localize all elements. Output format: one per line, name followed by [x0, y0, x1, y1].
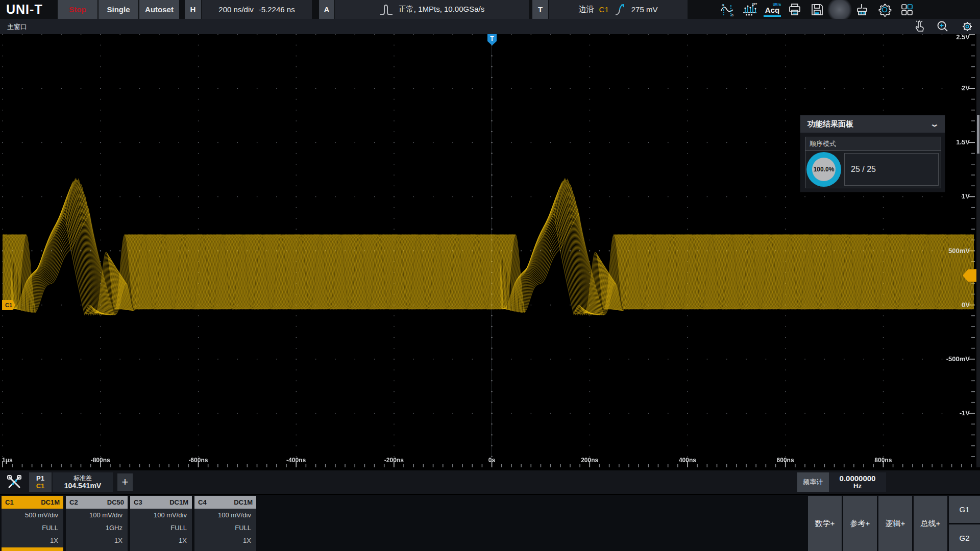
channel-probe: 1X — [194, 534, 256, 547]
voltage-tick-label: -1V — [943, 409, 970, 417]
touch-icon[interactable] — [912, 20, 927, 33]
voltage-tick-label: -500mV — [943, 355, 970, 363]
panel-header[interactable]: 功能结果面板 ⌄ — [800, 115, 945, 133]
freq-counter-value: 0.0000000 — [840, 474, 876, 483]
channel-header: C2 DC50 — [66, 496, 128, 509]
voltage-tick-label: 1.5V — [943, 138, 970, 146]
progress-ring: 100.0% — [806, 152, 841, 187]
sequence-mode-label: 顺序模式 — [805, 137, 941, 151]
channel-bandwidth: FULL — [194, 521, 256, 534]
math-add-button[interactable]: 数学+ — [808, 496, 842, 551]
settings-gear-icon[interactable] — [873, 0, 896, 19]
reference-add-button[interactable]: 参考+ — [843, 496, 877, 551]
measurement-id: P1 — [36, 474, 44, 482]
channel-coupling: DC1M — [169, 498, 188, 506]
rising-edge-icon — [614, 3, 626, 17]
channel-scale: 500 mV/div — [2, 509, 63, 521]
brand-logo: UNI-T — [6, 2, 43, 17]
stop-button[interactable]: Stop — [58, 0, 97, 19]
time-tick-label: 0s — [480, 457, 504, 464]
single-button[interactable]: Single — [99, 0, 138, 19]
pulse-icon — [379, 3, 394, 16]
measurement-source: C1 — [36, 482, 45, 490]
channel-probe: 1X — [130, 534, 192, 547]
measurement-slot-p1[interactable]: P1 C1 — [29, 472, 52, 492]
channel-coupling: DC50 — [107, 498, 124, 506]
printer-icon[interactable] — [783, 0, 806, 19]
bus-add-button[interactable]: 总线+ — [914, 496, 947, 551]
zoom-in-icon[interactable] — [935, 20, 950, 33]
svg-text:B: B — [731, 14, 733, 17]
channel-bandwidth: FULL — [130, 521, 192, 534]
channel-scale: 100 mV/div — [66, 509, 128, 521]
sequence-count: 25 / 25 — [844, 153, 939, 186]
chevron-down-icon[interactable]: ⌄ — [930, 120, 940, 128]
right-scroll-thumb[interactable] — [977, 115, 979, 154]
channel-id: C3 — [134, 498, 142, 506]
time-tick-label: 600ns — [773, 457, 798, 464]
fft-icon[interactable]: FFT — [739, 0, 761, 19]
acq-ultra-label: Acq — [765, 6, 779, 14]
time-tick-label: -800ns — [88, 457, 113, 464]
channel-card-c1[interactable]: C1 DC1M 500 mV/div FULL 1X — [2, 496, 63, 551]
waveform-canvas — [0, 34, 980, 467]
sequence-section: 顺序模式 100.0% 25 / 25 — [805, 137, 941, 188]
svg-text:FFT: FFT — [752, 3, 757, 6]
horizontal-badge[interactable]: H — [185, 0, 201, 19]
measurement-name: 标准差 — [74, 474, 92, 482]
group-button-g2[interactable]: G2 — [949, 524, 980, 551]
channel-bandwidth: FULL — [2, 521, 63, 534]
cursor-icon[interactable]: AB — [716, 0, 739, 19]
channel-coupling: DC1M — [234, 498, 253, 506]
autoset-button[interactable]: Autoset — [139, 0, 179, 19]
screenshot-icon[interactable] — [828, 0, 851, 19]
trigger-box[interactable]: 边沿 C1 275 mV — [549, 0, 688, 19]
add-measurement-button[interactable]: + — [117, 473, 133, 491]
toolbar-icon-group: AB FFT Ultra Acq — [716, 0, 918, 19]
acq-ultra-button[interactable]: Ultra Acq — [761, 0, 783, 19]
panel-title: 功能结果面板 — [807, 119, 853, 129]
save-icon[interactable] — [806, 0, 828, 19]
trigger-badge[interactable]: T — [532, 0, 548, 19]
channel-card-c3[interactable]: C3 DC1M 100 mV/div FULL 1X — [130, 496, 192, 551]
function-results-panel: 功能结果面板 ⌄ 顺序模式 100.0% 25 / 25 — [800, 115, 945, 192]
channel-card-c4[interactable]: C4 DC1M 100 mV/div FULL 1X — [194, 496, 256, 551]
acquisition-box[interactable]: 正常, 1MPts, 10.00GSa/s — [335, 0, 529, 19]
timebase-delay: -5.2246 ns — [259, 5, 295, 14]
active-channel-strip — [2, 547, 63, 551]
window-title: 主窗口 — [7, 22, 27, 32]
progress-value: 100.0% — [812, 158, 836, 181]
waveform-display[interactable]: 2.5V2V1.5V1V500mV0V-500mV-1V1μs-800ns-60… — [0, 34, 980, 467]
gear-icon[interactable] — [960, 20, 975, 33]
layout-grid-icon[interactable] — [896, 0, 918, 19]
acq-active-underline — [764, 15, 781, 17]
channel-card-c2[interactable]: C2 DC50 100 mV/div 1GHz 1X — [66, 496, 128, 551]
trigger-level: 275 mV — [631, 5, 658, 14]
window-tab-bar: 主窗口 — [0, 19, 980, 34]
channel-coupling: DC1M — [41, 498, 60, 506]
voltage-tick-label: 1V — [943, 192, 970, 200]
channel-header: C1 DC1M — [2, 496, 63, 509]
timebase-box[interactable]: 200 ns/div -5.2246 ns — [202, 0, 312, 19]
freq-counter-value-box[interactable]: 0.0000000 Hz — [829, 472, 886, 492]
time-tick-label: -200ns — [382, 457, 406, 464]
channel-id: C2 — [69, 498, 78, 506]
timebase-scale: 200 ns/div — [218, 5, 253, 14]
trigger-source: C1 — [599, 5, 609, 14]
group-button-g1[interactable]: G1 — [949, 496, 980, 523]
logic-add-button[interactable]: 逻辑+ — [878, 496, 912, 551]
measurement-value-box[interactable]: 标准差 104.541mV — [53, 472, 113, 492]
right-scroll-track — [976, 34, 980, 467]
voltage-tick-label: 2V — [943, 84, 970, 92]
measure-tools-icon[interactable] — [5, 473, 23, 491]
acquire-badge[interactable]: A — [319, 0, 334, 19]
channel-bar: C1 DC1M 500 mV/div FULL 1X C2 DC50 100 m… — [0, 495, 980, 551]
time-tick-label: 400ns — [675, 457, 700, 464]
voltage-tick-label: 2.5V — [943, 33, 970, 41]
trigger-type: 边沿 — [579, 5, 594, 14]
time-tick-label: 1μs — [2, 457, 13, 464]
clear-brush-icon[interactable] — [851, 0, 873, 19]
time-tick-label: 800ns — [871, 457, 895, 464]
channel-header: C4 DC1M — [194, 496, 256, 509]
channel-probe: 1X — [66, 534, 128, 547]
